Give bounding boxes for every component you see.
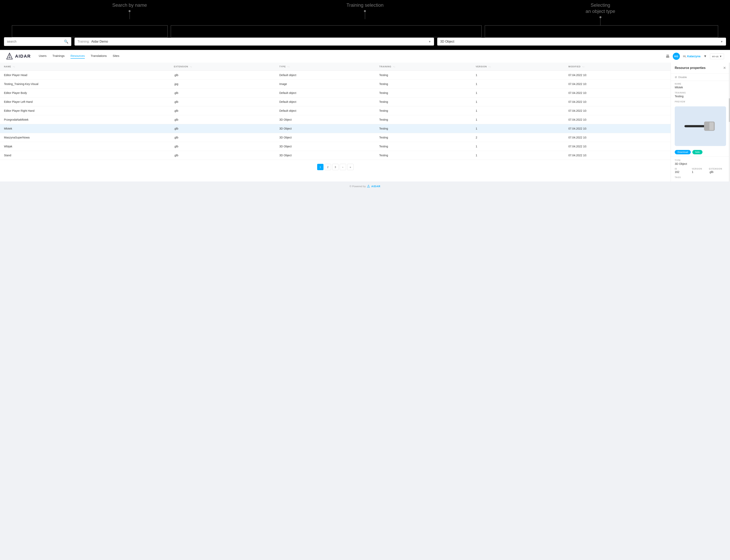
cell-modified: 07.04.2022 10:: [564, 97, 671, 106]
cell-modified: 07.04.2022 10:: [564, 80, 671, 89]
col-header-training[interactable]: TRAINING ↑↓: [375, 63, 472, 71]
cell-version: 1: [472, 89, 564, 97]
anno-box-type: [485, 25, 718, 37]
user-dropdown-icon[interactable]: ▼: [704, 54, 707, 58]
cell-version: 1: [472, 106, 564, 115]
nav-translations[interactable]: Translations: [91, 54, 107, 59]
type-field-label: TYPE: [675, 159, 726, 161]
search-input[interactable]: [7, 40, 64, 43]
cell-type: 3D Object: [275, 151, 375, 160]
scrollbar-track[interactable]: [729, 63, 730, 181]
panel-name-field: NAME Mlotek: [671, 81, 730, 90]
training-chevron-icon: ▼: [428, 40, 431, 43]
training-field-label: TRAINING: [675, 92, 726, 94]
preview-label: PREVIEW: [675, 101, 726, 103]
cell-version: 1: [472, 115, 564, 124]
page-2-button[interactable]: 2: [325, 164, 331, 170]
anno-title-type: Selecting an object type: [586, 2, 615, 14]
id-meta-item: ID 162: [675, 168, 692, 174]
panel-disable-button[interactable]: ⊘ Disable: [671, 73, 730, 81]
cell-type: Default object: [275, 71, 375, 80]
panel-close-button[interactable]: ✕: [723, 66, 726, 70]
locale-value: en-us: [712, 55, 719, 58]
cell-version: 1: [472, 124, 564, 133]
id-value: 162: [675, 170, 692, 174]
table-row[interactable]: Editor Player Right Hand.glbDefault obje…: [0, 106, 671, 115]
user-greeting: Hi, Katarzyna: [683, 55, 700, 58]
table-row[interactable]: MaszynaSuperNowa.glb3D ObjectTesting207.…: [0, 133, 671, 142]
nav-links: Users Trainings Resources Translations S…: [39, 54, 666, 59]
footer-brand: AIDAR: [371, 185, 380, 188]
disable-icon: ⊘: [675, 75, 677, 79]
locale-chevron-icon: ▼: [719, 55, 722, 58]
cell-version: 1: [472, 142, 564, 151]
search-input-wrap[interactable]: 🔍: [4, 37, 71, 46]
cell-extension: .jpg: [170, 80, 275, 89]
cell-type: Default object: [275, 97, 375, 106]
aidar-logo-icon: [6, 53, 13, 60]
panel-type-field: TYPE 3D Object: [671, 157, 730, 166]
table-row[interactable]: Wbijak.glb3D ObjectTesting107.04.2022 10…: [0, 142, 671, 151]
cell-extension: .glb: [170, 142, 275, 151]
nav-users[interactable]: Users: [39, 54, 47, 59]
panel-tags-row: Download holo: [671, 148, 730, 156]
col-header-version[interactable]: VERSION ↑↓: [472, 63, 564, 71]
cell-training: Testing: [375, 80, 472, 89]
training-sort-icon: ↑↓: [393, 66, 395, 68]
resource-panel: Resource properties ✕ ⊘ Disable NAME Mlo…: [671, 63, 730, 181]
cell-name: Mlotek: [0, 124, 170, 133]
type-select-wrap[interactable]: 3D Object ▼: [437, 38, 726, 46]
training-select-wrap[interactable]: Training: Aidar Demo ▼: [74, 38, 434, 46]
table-row[interactable]: Testing_Training-Key-Visual.jpgImageTest…: [0, 80, 671, 89]
cell-name: Editor Player Right Hand: [0, 106, 170, 115]
type-sort-icon: ↑↓: [287, 66, 290, 68]
cell-training: Testing: [375, 89, 472, 97]
scrollbar-thumb[interactable]: [729, 98, 730, 122]
cell-name: Stand: [0, 151, 170, 160]
table-row[interactable]: Editor Player Body.glbDefault objectTest…: [0, 89, 671, 97]
preview-area: [675, 106, 726, 146]
page-3-button[interactable]: 3: [332, 164, 339, 170]
locale-select[interactable]: en-us ▼: [710, 53, 724, 59]
cell-extension: .glb: [170, 106, 275, 115]
search-icon: 🔍: [64, 39, 68, 44]
page-next-button[interactable]: ›: [340, 164, 346, 170]
extension-sort-icon: ↑↓: [190, 66, 192, 68]
table-row[interactable]: PrzegrodaNaMlotek.glb3D ObjectTesting107…: [0, 115, 671, 124]
cell-extension: .glb: [170, 115, 275, 124]
cell-modified: 07.04.2022 10:: [564, 133, 671, 142]
col-header-name[interactable]: NAME ↑↓: [0, 63, 170, 71]
page-1-button[interactable]: 1: [317, 164, 323, 170]
anno-box-search: [12, 25, 168, 37]
annotation-overlay: Search by name Training selection Select…: [0, 0, 730, 50]
id-label: ID: [675, 168, 692, 170]
cell-name: PrzegrodaNaMlotek: [0, 115, 170, 124]
cell-type: Default object: [275, 89, 375, 97]
panel-header: Resource properties ✕: [671, 63, 730, 73]
table-row[interactable]: Editor Player Left Hand.glbDefault objec…: [0, 97, 671, 106]
printer-icon[interactable]: 🖶: [666, 54, 670, 59]
col-header-modified[interactable]: MODIFIED ↑↓: [564, 63, 671, 71]
table-row[interactable]: Editor Player Head.glbDefault objectTest…: [0, 71, 671, 80]
col-header-type[interactable]: TYPE ↑↓: [275, 63, 375, 71]
panel-tags-field: TAGS: [671, 174, 730, 180]
cell-type: 3D Object: [275, 115, 375, 124]
logo-area: AIDAR: [6, 53, 31, 60]
nav-resources[interactable]: Resources: [71, 54, 85, 59]
extension-value: .glb: [709, 170, 726, 174]
nav-trainings[interactable]: Trainings: [52, 54, 65, 59]
svg-rect-5: [709, 122, 714, 130]
page-last-button[interactable]: »: [347, 164, 354, 170]
cell-name: Wbijak: [0, 142, 170, 151]
col-header-extension[interactable]: EXTENSION ↑↓: [170, 63, 275, 71]
extension-label: EXTENSION: [709, 168, 726, 170]
nav-sites[interactable]: Sites: [113, 54, 119, 59]
table-row[interactable]: Stand.glb3D ObjectTesting107.04.2022 10:: [0, 151, 671, 160]
table-row[interactable]: Mlotek.glb3D ObjectTesting107.04.2022 10…: [0, 124, 671, 133]
cell-training: Testing: [375, 151, 472, 160]
version-value: 1: [692, 170, 709, 174]
panel-title: Resource properties: [675, 66, 706, 70]
disable-label: Disable: [678, 76, 687, 79]
download-button[interactable]: Download: [675, 150, 691, 154]
version-label: VERSION: [692, 168, 709, 170]
